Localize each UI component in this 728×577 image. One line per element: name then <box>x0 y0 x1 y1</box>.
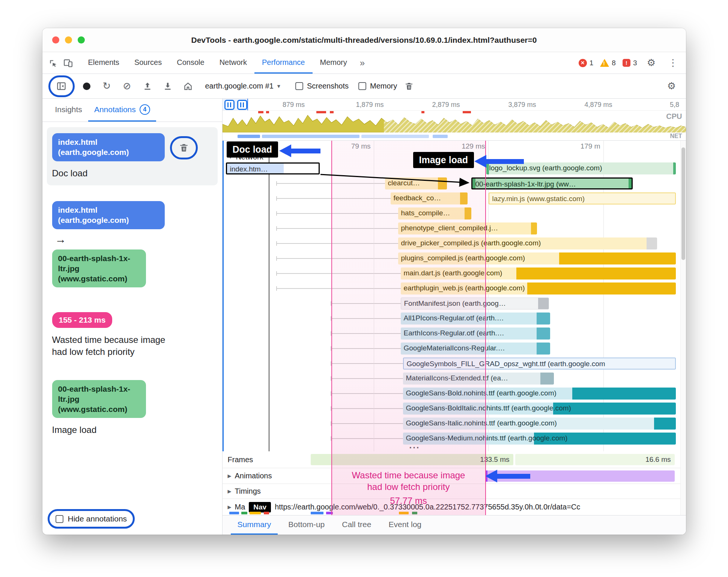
tab-network[interactable]: Network <box>212 52 254 74</box>
record-button[interactable] <box>78 78 95 95</box>
request-leader-line <box>331 423 403 424</box>
home-live-metrics-icon[interactable] <box>180 78 196 95</box>
hide-annotations-wrap: Hide annotations <box>48 509 135 529</box>
doc-load-tooltip: Doc load <box>227 141 278 158</box>
request-leader-line <box>331 378 403 379</box>
network-waterfall-panel[interactable]: ▼ Network index.htm…logo_lockup.svg (ear… <box>223 141 686 451</box>
collect-garbage-icon[interactable] <box>401 78 417 95</box>
time-gridline <box>374 141 374 451</box>
request-leader-line <box>331 348 401 349</box>
annotation-card-wasted-time[interactable]: 155 - 213 ms Wasted time because image h… <box>47 306 218 364</box>
network-request-bar[interactable]: MaterialIcons-Extended.ttf (ea… <box>403 373 554 385</box>
hide-annotations-checkbox[interactable]: Hide annotations <box>48 509 135 529</box>
cpu-overview-band[interactable]: CPU <box>223 111 686 132</box>
overflow-ellipsis[interactable]: ... <box>409 440 420 451</box>
network-request-bar[interactable]: GoogleMaterialIcons-Regular.… <box>401 343 550 355</box>
tab-performance[interactable]: Performance <box>254 52 313 74</box>
profile-selector[interactable]: earth.google.com #1 ▾ <box>205 82 280 90</box>
annotation-pill-time-range[interactable]: 155 - 213 ms <box>52 312 113 328</box>
warning-badge[interactable]: !8 <box>600 59 616 67</box>
error-badge[interactable]: ✕1 <box>579 59 594 67</box>
delete-annotation-icon[interactable] <box>176 140 192 156</box>
timeline-overview[interactable]: 879 ms1,879 ms2,879 ms3,879 ms4,879 ms5,… <box>223 99 686 141</box>
frames-track[interactable]: Frames 133.5 ms 16.6 ms <box>223 451 686 468</box>
upload-profile-icon[interactable] <box>139 78 156 95</box>
overview-unselected-hatch <box>384 111 686 132</box>
network-request-bar[interactable]: All1PIcons-Regular.otf (earth.… <box>401 313 550 325</box>
request-leader-line <box>276 273 401 274</box>
tab-insights[interactable]: Insights <box>49 99 88 122</box>
network-request-bar[interactable]: GoogleSans-BoldItalic.nohints.ttf (earth… <box>403 403 676 415</box>
toggle-sidebar-icon[interactable] <box>53 78 70 95</box>
annotations-count-badge: 4 <box>140 104 150 115</box>
performance-settings-gear-icon[interactable]: ⚙ <box>663 78 680 95</box>
frame-bar[interactable]: 133.5 ms <box>311 454 513 465</box>
download-profile-icon[interactable] <box>159 78 176 95</box>
tab-call-tree[interactable]: Call tree <box>335 515 378 535</box>
device-toolbar-icon[interactable] <box>60 52 75 74</box>
network-request-bar[interactable]: GoogleSans-Medium.nohints.ttf (earth.goo… <box>403 433 676 445</box>
reload-and-record-button[interactable]: ↻ <box>99 78 115 95</box>
hide-annotations-label: Hide annotations <box>68 514 127 523</box>
zoom-window-button[interactable] <box>78 36 85 44</box>
clear-recording-button[interactable]: ⊘ <box>119 78 135 95</box>
network-request-bar[interactable]: GoogleSans-Bold.nohints.ttf (earth.googl… <box>403 388 676 400</box>
network-request-bar[interactable]: plugins_compiled.js (earth.google.com) <box>398 252 676 264</box>
network-request-bar[interactable]: GoogleSymbols_FILL_GRAD_opsz_wght.ttf (e… <box>403 358 676 370</box>
timeline-body: ▼ Network index.htm…logo_lockup.svg (ear… <box>223 141 686 515</box>
network-request-bar[interactable]: 00-earth-splash-1x-ltr.jpg (ww… <box>471 177 633 189</box>
annotation-pill-splash-image[interactable]: 00-earth-splash-1x-ltr.jpg (www.gstatic.… <box>52 249 146 288</box>
network-request-bar[interactable]: FontManifest.json (earth.goog… <box>401 298 549 310</box>
tab-console[interactable]: Console <box>169 52 212 74</box>
kebab-menu-icon[interactable]: ⋮ <box>666 52 681 74</box>
tab-event-log[interactable]: Event log <box>382 515 428 535</box>
network-request-bar[interactable]: EarthIcons-Regular.otf (earth.… <box>401 328 550 340</box>
issues-badge[interactable]: !3 <box>623 59 637 67</box>
annotation-highlight-ring <box>170 136 198 159</box>
overview-right-handle[interactable] <box>237 100 247 110</box>
link-arrow-icon: → <box>55 233 212 246</box>
network-request-bar[interactable]: phenotype_client_compiled.j… <box>398 222 537 234</box>
annotation-pill-index-html[interactable]: index.html (earth.google.com) <box>52 201 165 229</box>
request-leader-line <box>276 213 398 214</box>
frame-bar[interactable]: 16.6 ms <box>515 454 675 465</box>
net-overview-band[interactable]: NET <box>223 132 686 140</box>
network-request-bar[interactable]: main.dart.js (earth.google.com) <box>401 267 676 279</box>
inspect-element-icon[interactable] <box>45 52 60 74</box>
memory-checkbox[interactable]: Memory <box>358 82 397 90</box>
status-badges: ✕1 !8 !3 ⚙ ⋮ <box>579 52 686 74</box>
network-request-bar[interactable]: GoogleSans-Italic.nohints.ttf (earth.goo… <box>403 418 676 430</box>
tab-annotations[interactable]: Annotations 4 <box>88 99 156 122</box>
network-request-bar[interactable]: hats_compile… <box>398 207 471 219</box>
overview-left-handle[interactable] <box>224 100 235 110</box>
tab-sources[interactable]: Sources <box>127 52 169 74</box>
tab-elements[interactable]: Elements <box>81 52 127 74</box>
annotation-card-doc-load[interactable]: index.html (earth.google.com) Doc load <box>47 127 218 185</box>
request-leader-line <box>331 333 401 334</box>
settings-gear-icon[interactable]: ⚙ <box>644 52 659 74</box>
tab-summary[interactable]: Summary <box>231 515 278 535</box>
tab-bottom-up[interactable]: Bottom-up <box>281 515 331 535</box>
more-panels-button[interactable]: » <box>355 52 370 74</box>
request-leader-line <box>331 318 401 319</box>
network-request-bar[interactable]: feedback_co… <box>391 192 468 204</box>
close-window-button[interactable] <box>52 36 59 44</box>
annotation-pill-index-html[interactable]: index.html (earth.google.com) <box>52 133 165 161</box>
long-task-marker <box>266 111 269 113</box>
profile-selector-value: earth.google.com #1 <box>205 82 274 90</box>
overview-time-label: 1,879 ms <box>347 101 393 109</box>
tab-memory[interactable]: Memory <box>313 52 355 74</box>
scrollbar-thumb[interactable] <box>681 147 685 260</box>
vertical-scrollbar[interactable] <box>680 141 686 515</box>
annotation-card-link[interactable]: index.html (earth.google.com) → 00-earth… <box>47 195 218 293</box>
network-request-bar[interactable]: drive_picker_compiled.js (earth.google.c… <box>398 237 657 249</box>
network-request-bar[interactable]: index.htm… <box>226 162 320 174</box>
network-request-bar[interactable]: earthplugin_web.js (earth.google.com) <box>401 282 676 295</box>
network-request-bar[interactable]: lazy.min.js (www.gstatic.com) <box>489 192 676 204</box>
annotation-card-image-load[interactable]: 00-earth-splash-1x-ltr.jpg (www.gstatic.… <box>47 374 218 442</box>
network-request-bar[interactable]: clearcut… <box>385 177 447 189</box>
minimize-window-button[interactable] <box>65 36 72 44</box>
annotation-pill-splash-image[interactable]: 00-earth-splash-1x-ltr.jpg (www.gstatic.… <box>52 380 146 418</box>
screenshots-checkbox[interactable]: Screenshots <box>295 82 349 90</box>
checkbox-box <box>358 82 366 90</box>
